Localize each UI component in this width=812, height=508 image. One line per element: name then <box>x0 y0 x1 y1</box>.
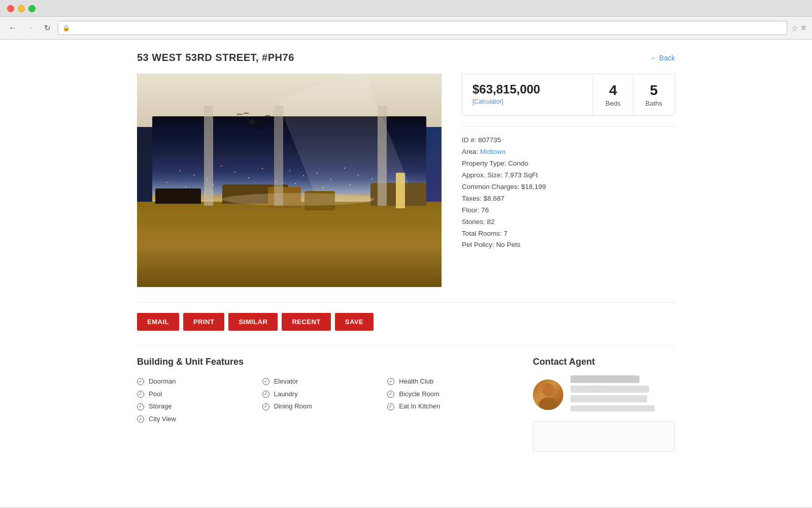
page-content: 53 WEST 53RD STREET, #PH76 ← Back <box>127 40 685 464</box>
back-link[interactable]: ← Back <box>650 54 675 62</box>
baths-section: 5 Baths <box>633 74 674 115</box>
listing-details: $63,815,000 [Calculator] 4 Beds 5 Baths <box>462 74 675 287</box>
agent-avatar-image <box>533 379 563 410</box>
features-col-1: ✓ Doorman ✓ Pool ✓ Storage ✓ <box>137 375 262 426</box>
menu-icon[interactable]: ≡ <box>801 23 806 33</box>
taxes: Taxes: $8,687 <box>462 193 675 205</box>
feature-cityview: ✓ City View <box>137 413 262 426</box>
feature-pool-label: Pool <box>149 388 162 401</box>
check-icon-diningroom: ✓ <box>262 403 269 410</box>
calculator-link[interactable]: [Calculator] <box>472 98 503 105</box>
url-input[interactable] <box>73 24 783 32</box>
room-scene <box>137 74 442 287</box>
check-icon-doorman: ✓ <box>137 378 144 385</box>
common-charges: Common Charges: $18,199 <box>462 181 675 193</box>
bottom-divider <box>137 302 675 303</box>
beds-count: 4 <box>609 82 617 99</box>
property-type: Property Type: Condo <box>462 158 675 170</box>
pillar-center <box>274 106 283 206</box>
save-button[interactable]: SAVE <box>335 313 374 331</box>
address-bar[interactable]: 🔒 <box>58 21 787 35</box>
feature-laundry: ✓ Laundry <box>262 388 388 401</box>
property-image <box>137 74 442 287</box>
feature-elevator-label: Elevator <box>274 375 298 388</box>
action-buttons: EMAIL PRINT SIMILAR RECENT SAVE <box>137 313 675 331</box>
feature-storage: ✓ Storage <box>137 400 262 413</box>
price-amount: $63,815,000 <box>472 82 583 97</box>
feature-healthclub: ✓ Health Club <box>387 375 513 388</box>
features-title: Building & Unit Features <box>137 357 513 367</box>
beds-label: Beds <box>605 100 621 107</box>
floor <box>137 202 442 287</box>
bottom-layout: Building & Unit Features ✓ Doorman ✓ Poo… <box>137 357 675 452</box>
lamp <box>396 173 405 208</box>
forward-nav-button[interactable]: → <box>23 21 37 35</box>
feature-pool: ✓ Pool <box>137 388 262 401</box>
svg-rect-2 <box>237 118 245 120</box>
agent-name: Agent Name <box>570 375 655 383</box>
check-icon-eatinkitchen: ✓ <box>387 403 394 410</box>
listing-id: ID #: 807735 <box>462 135 675 146</box>
contact-form-area[interactable] <box>533 421 675 452</box>
agent-card: Agent Name 212-627-7080 917-589-8620 ema… <box>533 375 675 414</box>
area-label: Area: <box>462 148 478 155</box>
toolbar-right: ☆ ≡ <box>791 23 806 33</box>
stories: Stories: 82 <box>462 216 675 228</box>
feature-diningroom: ✓ Dining Room <box>262 400 388 413</box>
email-button[interactable]: EMAIL <box>137 313 179 331</box>
check-icon-pool: ✓ <box>137 391 144 398</box>
bookmark-icon[interactable]: ☆ <box>791 23 798 33</box>
feature-eatinkitchen-label: Eat In Kitchen <box>399 400 440 413</box>
features-top-divider <box>137 346 675 346</box>
contact-title: Contact Agent <box>533 357 675 367</box>
listing-area: Area: Midtown <box>462 146 675 158</box>
page-header: 53 WEST 53RD STREET, #PH76 ← Back <box>137 52 675 64</box>
check-icon-elevator: ✓ <box>262 378 269 385</box>
agent-phone-2: 917-589-8620 <box>570 394 655 404</box>
price-section: $63,815,000 [Calculator] <box>462 74 593 115</box>
refresh-button[interactable]: ↻ <box>41 21 54 35</box>
agent-avatar <box>533 379 563 410</box>
check-icon-cityview: ✓ <box>137 416 144 423</box>
pillar-right <box>378 106 387 206</box>
property-image-container <box>137 74 442 287</box>
maximize-button[interactable] <box>28 5 36 12</box>
beds-section: 4 Beds <box>593 74 633 115</box>
feature-doorman-label: Doorman <box>149 375 176 388</box>
baths-count: 5 <box>650 82 658 99</box>
lock-icon: 🔒 <box>62 24 70 31</box>
back-nav-button[interactable]: ← <box>6 21 19 35</box>
close-button[interactable] <box>7 5 14 12</box>
pillar-left <box>204 106 213 206</box>
listing-main: $63,815,000 [Calculator] 4 Beds 5 Baths <box>137 74 675 287</box>
recent-button[interactable]: RECENT <box>282 313 330 331</box>
feature-healthclub-label: Health Club <box>399 375 433 388</box>
stats-divider <box>462 126 675 126</box>
check-icon-storage: ✓ <box>137 403 144 410</box>
features-col-3: ✓ Health Club ✓ Bicycle Room ✓ Eat In Ki… <box>387 375 513 426</box>
page-title: 53 WEST 53RD STREET, #PH76 <box>137 52 294 64</box>
area-link[interactable]: Midtown <box>480 148 505 155</box>
bird-silhouettes <box>234 112 275 135</box>
check-icon-healthclub: ✓ <box>387 378 394 385</box>
stats-row: $63,815,000 [Calculator] 4 Beds 5 Baths <box>462 74 675 116</box>
feature-doorman: ✓ Doorman <box>137 375 262 388</box>
approx-size: Approx. Size: 7,973 SqFt <box>462 170 675 181</box>
svg-rect-1 <box>260 117 270 119</box>
features-columns: ✓ Doorman ✓ Pool ✓ Storage ✓ <box>137 375 513 426</box>
agent-email: email <box>570 404 655 414</box>
check-icon-laundry: ✓ <box>262 391 269 398</box>
svg-point-3 <box>250 119 255 124</box>
page-wrapper: 53 WEST 53RD STREET, #PH76 ← Back <box>0 40 812 507</box>
traffic-lights <box>7 5 36 12</box>
feature-storage-label: Storage <box>149 400 172 413</box>
baths-label: Baths <box>646 100 662 107</box>
feature-diningroom-label: Dining Room <box>274 400 312 413</box>
print-button[interactable]: PRINT <box>183 313 225 331</box>
svg-point-6 <box>539 398 557 410</box>
check-icon-bicycleroom: ✓ <box>387 391 394 398</box>
svg-rect-4 <box>256 123 257 130</box>
similar-button[interactable]: SIMILAR <box>228 313 278 331</box>
minimize-button[interactable] <box>18 5 25 12</box>
feature-cityview-label: City View <box>149 413 176 426</box>
